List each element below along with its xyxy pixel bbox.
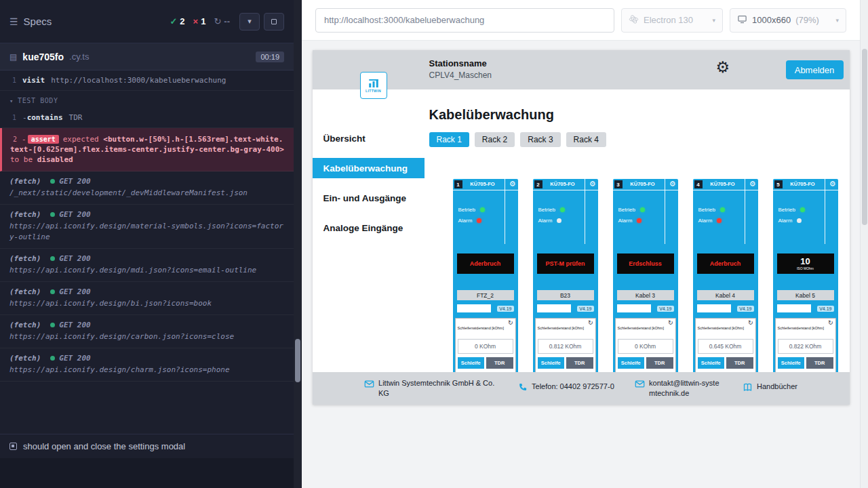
request-status-dot xyxy=(50,212,55,217)
device-settings-icon[interactable]: ⚙ xyxy=(829,180,836,188)
littwin-logo: LITTWIN xyxy=(360,72,387,99)
schleife-button[interactable]: Schleife xyxy=(698,357,725,369)
page-title: Kabelüberwachung xyxy=(429,107,850,123)
reporter-scrollbar-thumb[interactable] xyxy=(295,339,300,382)
card-buttons: SchleifeTDR xyxy=(538,357,593,369)
nesting-dash: - xyxy=(22,113,27,122)
cable-name: Kabel 5 xyxy=(777,290,834,300)
device-settings-icon[interactable]: ⚙ xyxy=(669,180,676,188)
firmware-version: V4.19 xyxy=(577,306,593,312)
refresh-icon[interactable]: ↻ xyxy=(508,320,513,326)
schleife-button[interactable]: Schleife xyxy=(538,357,565,369)
sidebar-item[interactable]: Analoge Eingänge xyxy=(313,213,425,243)
alarm-status-dot xyxy=(717,218,722,223)
refresh-icon[interactable]: ↻ xyxy=(588,320,593,326)
refresh-icon[interactable]: ↻ xyxy=(668,320,673,326)
betrieb-indicator: Betrieb xyxy=(618,207,645,213)
tdr-button[interactable]: TDR xyxy=(806,357,833,369)
test-stats: ✓2 ×1 ↻-- xyxy=(170,16,230,26)
command-argument: http://localhost:3000/kabelueberwachung xyxy=(51,76,226,85)
rack-tab[interactable]: Rack 1 xyxy=(429,132,469,147)
line-number: 1 xyxy=(9,113,16,121)
fetch-label: (fetch) xyxy=(9,254,41,263)
schleife-button[interactable]: Schleife xyxy=(778,357,805,369)
resistance-header: Schleifenwiderstand [kOhm]↻ xyxy=(618,320,673,328)
resistance-value: 0.645 KOhm xyxy=(698,339,753,354)
resistance-label: Schleifenwiderstand [kOhm] xyxy=(618,326,664,330)
card-divider xyxy=(745,179,745,244)
spec-header[interactable]: ▤ kue705fo .cy.ts 00:19 xyxy=(0,43,294,70)
request-status: GET 200 xyxy=(59,354,90,363)
tdr-button[interactable]: TDR xyxy=(486,357,513,369)
request-url: /_next/static/development/_devMiddleware… xyxy=(9,188,285,199)
viewport-selector[interactable]: 1000x660 (79%) ▾ xyxy=(730,8,846,33)
sidebar-item[interactable]: Übersicht xyxy=(313,123,425,153)
device-settings-icon[interactable]: ⚙ xyxy=(589,180,596,188)
line-number: 1 xyxy=(9,76,16,84)
settings-gear-icon[interactable]: ⚙ xyxy=(716,60,730,75)
command-contains[interactable]: 1 -contains TDR xyxy=(0,108,294,128)
card-divider xyxy=(693,190,758,190)
specs-menu-button[interactable]: ☰ Specs xyxy=(9,16,52,27)
cable-name: FTZ_2 xyxy=(457,290,514,300)
fetch-line: (fetch)GET 200 xyxy=(9,321,285,329)
browser-selector[interactable]: Electron 130 ▾ xyxy=(621,8,723,33)
tdr-button[interactable]: TDR xyxy=(566,357,593,369)
failed-assertion[interactable]: 2-assertexpected <button.w-[50%].h-[1.56… xyxy=(0,128,294,171)
logout-button[interactable]: Abmelden xyxy=(786,60,844,79)
sidebar-item[interactable]: Kabelüberwachung xyxy=(313,158,425,178)
fetch-log-entry[interactable]: (fetch)GET 200https://api.iconify.design… xyxy=(0,315,294,348)
device-title: KÜ705-FO xyxy=(623,181,663,187)
status-value: PST-M prüfen xyxy=(546,260,585,267)
line-number: 2 xyxy=(10,134,17,144)
betrieb-label: Betrieb xyxy=(778,207,795,213)
fetch-line: (fetch)GET 200 xyxy=(9,287,285,296)
schleife-button[interactable]: Schleife xyxy=(618,357,645,369)
alarm-indicator: Alarm xyxy=(618,218,642,224)
test-body-section[interactable]: ▾ TEST BODY xyxy=(0,91,294,108)
page-scrollbar-thumb[interactable] xyxy=(862,49,867,225)
stop-button[interactable] xyxy=(264,13,284,30)
rack-tab[interactable]: Rack 3 xyxy=(520,132,560,147)
electron-icon xyxy=(629,14,639,26)
rack-tab[interactable]: Rack 2 xyxy=(475,132,515,147)
url-input[interactable] xyxy=(315,8,614,33)
device-card: 4KÜ705-FO⚙BetriebAlarmAderbruchKabel 4V4… xyxy=(693,179,758,389)
input-box xyxy=(617,304,651,312)
command-visit[interactable]: 1 visit http://localhost:3000/kabelueber… xyxy=(0,70,294,91)
betrieb-label: Betrieb xyxy=(618,207,635,213)
rack-tab[interactable]: Rack 4 xyxy=(566,132,606,147)
aut-preview: Stationsname CPLV4_Maschen ⚙ Abmelden LI… xyxy=(302,41,860,488)
status-value: Aderbruch xyxy=(710,260,741,267)
schleife-button[interactable]: Schleife xyxy=(458,357,485,369)
refresh-icon[interactable]: ↻ xyxy=(748,320,753,326)
fetch-log-entry[interactable]: (fetch)GET 200https://api.iconify.design… xyxy=(0,205,294,249)
betrieb-status-dot xyxy=(800,207,805,212)
collapse-button[interactable]: ▾ xyxy=(239,13,260,30)
fetch-log-entry[interactable]: (fetch)GET 200/_next/static/development/… xyxy=(0,171,294,205)
footer-item: Littwin Systemtechnik GmbH & Co. KG xyxy=(364,378,497,399)
request-status: GET 200 xyxy=(59,321,90,329)
page-scrollbar[interactable] xyxy=(860,0,868,488)
betrieb-label: Betrieb xyxy=(538,207,555,213)
refresh-icon[interactable]: ↻ xyxy=(828,320,833,326)
reporter-header: ☰ Specs ✓2 ×1 ↻-- ▾ xyxy=(0,0,294,43)
pending-count: ↻-- xyxy=(214,16,230,26)
fetch-log-entry[interactable]: (fetch)GET 200https://api.iconify.design… xyxy=(0,348,294,382)
firmware-version: V4.19 xyxy=(657,306,673,312)
device-title: KÜ705-FO xyxy=(543,181,583,187)
card-divider xyxy=(533,190,598,190)
tdr-button[interactable]: TDR xyxy=(726,357,753,369)
device-settings-icon[interactable]: ⚙ xyxy=(509,180,516,188)
status-display: Erdschluss xyxy=(617,253,674,274)
reporter-scrollbar[interactable] xyxy=(294,0,302,488)
fetch-log-entry[interactable]: (fetch)GET 200https://api.iconify.design… xyxy=(0,282,294,315)
request-url: https://api.iconify.design/carbon.json?i… xyxy=(9,331,285,342)
device-settings-icon[interactable]: ⚙ xyxy=(749,180,756,188)
resistance-label: Schleifenwiderstand [kOhm] xyxy=(538,326,584,330)
request-status: GET 200 xyxy=(59,177,90,186)
tdr-button[interactable]: TDR xyxy=(646,357,673,369)
next-test-title[interactable]: should open and close the settings modal xyxy=(0,434,294,458)
fetch-log-entry[interactable]: (fetch)GET 200https://api.iconify.design… xyxy=(0,249,294,282)
sidebar-item[interactable]: Ein- und Ausgänge xyxy=(313,183,425,213)
